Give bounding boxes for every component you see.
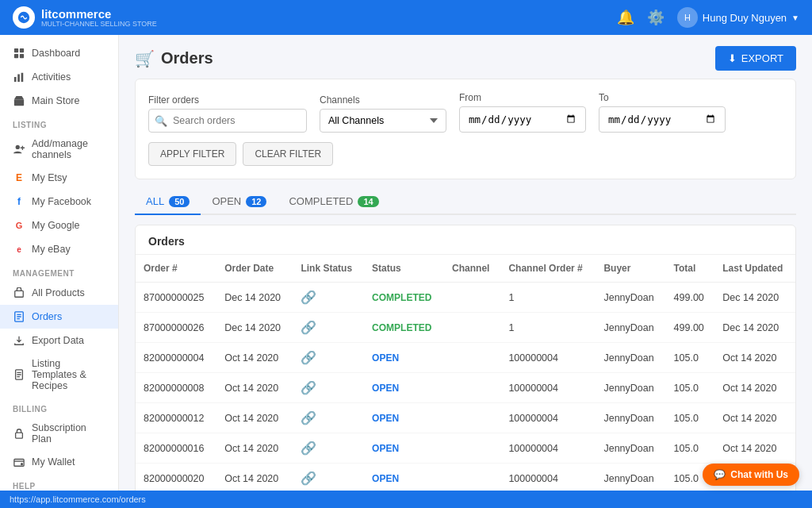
tab-all[interactable]: ALL 50	[135, 189, 201, 215]
filter-to-group: To	[599, 92, 726, 133]
sidebar-item-orders[interactable]: Orders	[0, 305, 118, 329]
cell-status: OPEN	[364, 373, 444, 403]
cell-order-num: 87000000026	[136, 313, 216, 343]
cell-link-status[interactable]: 🔗	[293, 433, 364, 464]
orders-table-title: Orders	[136, 225, 795, 255]
cell-total: 499.00	[666, 283, 715, 313]
svg-rect-3	[14, 54, 18, 58]
order-tabs: ALL 50 OPEN 12 COMPLETED 14	[135, 189, 796, 215]
sidebar-item-main-store[interactable]: Main Store	[0, 89, 118, 113]
link-icon: 🔗	[301, 351, 316, 364]
tab-completed[interactable]: COMPLETED 14	[278, 189, 389, 215]
apply-filter-button[interactable]: APPLY FILTER	[148, 142, 236, 166]
settings-icon[interactable]: ⚙️	[647, 9, 665, 26]
table-row[interactable]: 87000000026 Dec 14 2020 🔗 COMPLETED 1 Je…	[136, 313, 795, 343]
facebook-icon: f	[13, 195, 25, 208]
from-date-input[interactable]	[459, 106, 586, 133]
sidebar-item-my-google[interactable]: G My Google	[0, 214, 118, 237]
box-icon	[13, 287, 25, 299]
user-menu[interactable]: H Hung Duy Nguyen ▼	[677, 7, 799, 28]
tab-all-label: ALL	[146, 195, 164, 207]
table-row[interactable]: 82000000020 Oct 14 2020 🔗 OPEN 100000004…	[136, 464, 795, 491]
sidebar-item-my-ebay[interactable]: e My eBay	[0, 237, 118, 261]
sidebar-item-my-facebook[interactable]: f My Facebook	[0, 190, 118, 214]
cell-link-status[interactable]: 🔗	[293, 464, 364, 491]
lock-icon	[13, 427, 25, 440]
link-icon: 🔗	[301, 411, 316, 425]
table-row[interactable]: 82000000004 Oct 14 2020 🔗 OPEN 100000004…	[136, 343, 795, 373]
table-row[interactable]: 87000000025 Dec 14 2020 🔗 COMPLETED 1 Je…	[136, 283, 795, 313]
export-button[interactable]: ⬇ EXPORT	[715, 46, 796, 71]
svg-rect-4	[20, 54, 24, 58]
sidebar-label: Subscription Plan	[32, 422, 105, 444]
cell-link-status[interactable]: 🔗	[293, 373, 364, 403]
sidebar-label: Add/manage channels	[32, 138, 105, 160]
col-order-date: Order Date	[216, 255, 293, 283]
sidebar-label: My Wallet	[32, 456, 75, 468]
sidebar-item-listing-templates[interactable]: Listing Templates & Recipes	[0, 352, 118, 397]
filter-card: Filter orders 🔍 Channels All Channels Fr…	[135, 79, 796, 179]
cell-channel	[444, 313, 500, 343]
filter-orders-label: Filter orders	[148, 94, 307, 106]
sidebar-label: My Google	[32, 220, 79, 231]
sidebar-label: Activities	[32, 71, 71, 83]
cell-last-updated: Oct 14 2020	[714, 403, 795, 433]
sidebar-item-my-wallet[interactable]: My Wallet	[0, 450, 118, 474]
orders-icon	[13, 310, 25, 323]
cell-buyer: JennyDoan	[596, 373, 665, 403]
sidebar-item-activities[interactable]: Activities	[0, 65, 118, 89]
cell-link-status[interactable]: 🔗	[293, 283, 364, 313]
sidebar-item-all-products[interactable]: All Products	[0, 281, 118, 305]
search-input[interactable]	[148, 109, 307, 133]
cell-order-date: Oct 14 2020	[216, 343, 293, 373]
filter-actions: APPLY FILTER CLEAR FILTER	[148, 142, 783, 166]
status-badge: OPEN	[372, 473, 399, 484]
svg-rect-10	[15, 291, 24, 297]
sidebar-label: Export Data	[32, 335, 84, 346]
sidebar-item-dashboard[interactable]: Dashboard	[0, 41, 118, 65]
cell-channel	[444, 433, 500, 464]
cell-channel	[444, 343, 500, 373]
col-order-num: Order #	[136, 255, 216, 283]
statusbar-url: https://app.litcommerce.com/orders	[10, 495, 146, 504]
sidebar-item-my-etsy[interactable]: E My Etsy	[0, 166, 118, 190]
chat-button[interactable]: 💬 Chat with Us	[703, 464, 799, 486]
help-section-label: Help	[0, 474, 118, 491]
page-title-text: Orders	[161, 49, 213, 67]
to-label: To	[599, 92, 726, 103]
tab-open-label: OPEN	[212, 195, 241, 207]
to-date-input[interactable]	[599, 106, 726, 133]
ebay-icon: e	[13, 243, 25, 256]
cell-link-status[interactable]: 🔗	[293, 343, 364, 373]
cell-channel-order: 100000004	[500, 373, 596, 403]
sidebar-item-export-data[interactable]: Export Data	[0, 329, 118, 352]
channels-select[interactable]: All Channels	[320, 109, 446, 133]
col-channel: Channel	[444, 255, 500, 283]
cell-last-updated: Oct 14 2020	[714, 343, 795, 373]
file-icon	[13, 368, 25, 381]
notification-icon[interactable]: 🔔	[617, 9, 634, 26]
cell-link-status[interactable]: 🔗	[293, 313, 364, 343]
tab-open[interactable]: OPEN 12	[201, 189, 278, 215]
orders-table: Order # Order Date Link Status Status Ch…	[136, 255, 795, 491]
svg-rect-7	[21, 73, 24, 82]
clear-filter-button[interactable]: CLEAR FILTER	[243, 142, 333, 166]
topbar-logo[interactable]: litcommerce MULTI-CHANNEL SELLING STORE	[13, 6, 157, 29]
table-row[interactable]: 82000000016 Oct 14 2020 🔗 OPEN 100000004…	[136, 433, 795, 464]
link-icon: 🔗	[301, 381, 316, 394]
table-head: Order # Order Date Link Status Status Ch…	[136, 255, 795, 283]
svg-rect-5	[14, 77, 17, 82]
wallet-icon	[13, 456, 25, 468]
page-header: 🛒 Orders ⬇ EXPORT	[119, 35, 812, 79]
table-row[interactable]: 82000000008 Oct 14 2020 🔗 OPEN 100000004…	[136, 373, 795, 403]
col-last-updated: Last Updated	[714, 255, 795, 283]
cell-channel	[444, 464, 500, 491]
sidebar-label: Dashboard	[32, 48, 80, 59]
cell-link-status[interactable]: 🔗	[293, 403, 364, 433]
topbar-left: litcommerce MULTI-CHANNEL SELLING STORE	[13, 6, 157, 29]
table-row[interactable]: 82000000012 Oct 14 2020 🔗 OPEN 100000004…	[136, 403, 795, 433]
sidebar-item-subscription[interactable]: Subscription Plan	[0, 417, 118, 450]
svg-rect-8	[14, 99, 24, 106]
sidebar-item-add-channels[interactable]: Add/manage channels	[0, 133, 118, 166]
chat-icon: 💬	[714, 469, 726, 480]
